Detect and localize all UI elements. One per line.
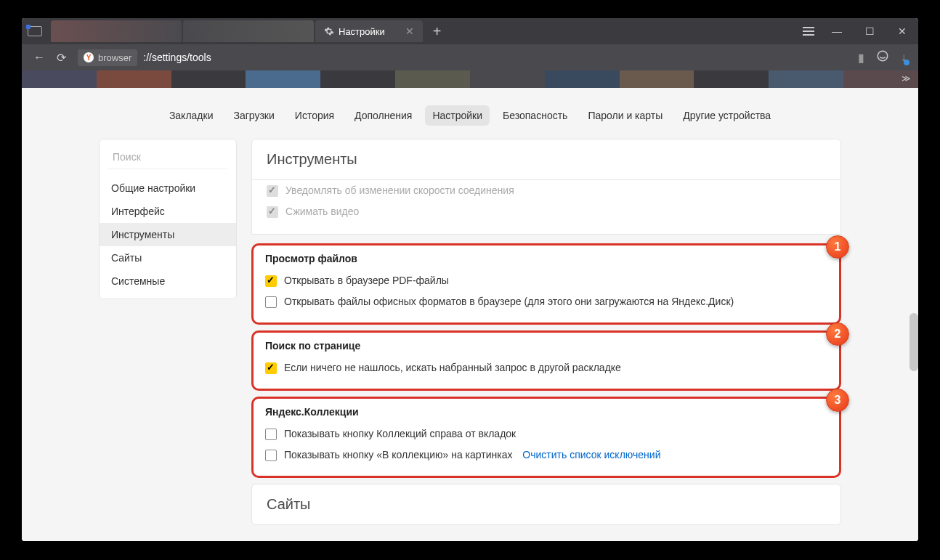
yandex-logo-icon: Y: [84, 52, 94, 62]
minimize-button[interactable]: —: [826, 23, 848, 40]
bookmark-bar: ≫: [22, 70, 918, 88]
url-path: ://settings/tools: [143, 52, 211, 63]
checkbox-collections-right[interactable]: [265, 429, 277, 440]
tab-settings[interactable]: Настройки ✕: [315, 20, 423, 42]
browser-window: Настройки ✕ + — ☐ ✕ ← ⟳ Y browser ://set…: [22, 18, 918, 541]
topnav-addons[interactable]: Дополнения: [347, 105, 419, 126]
option-collections-button-right[interactable]: Показывать кнопку Коллекций справа от вк…: [265, 423, 827, 445]
gear-icon: [324, 26, 334, 36]
section-tools-header: Инструменты: [251, 139, 841, 180]
annotation-badge-2: 2: [826, 322, 849, 346]
checkbox-search-layout[interactable]: [265, 362, 277, 374]
addressbar: ← ⟳ Y browser ://settings/tools ▮ ↓: [22, 44, 918, 70]
tab-overview-icon[interactable]: [28, 26, 42, 36]
reload-button[interactable]: ⟳: [57, 51, 66, 65]
sidebar-item-interface[interactable]: Интерфейс: [100, 200, 236, 223]
settings-content: Инструменты Уведомлять об изменении скор…: [251, 139, 841, 525]
annotation-badge-3: 3: [826, 389, 849, 412]
option-search-layout[interactable]: Если ничего не нашлось, искать набранный…: [265, 357, 827, 378]
tab-blurred-2[interactable]: [183, 20, 314, 42]
new-tab-button[interactable]: +: [424, 23, 450, 40]
top-nav: Закладки Загрузки История Дополнения Нас…: [22, 88, 918, 139]
checkbox-compress-video: [267, 206, 278, 218]
topnav-passwords[interactable]: Пароли и карты: [580, 105, 670, 126]
checkbox-open-office[interactable]: [265, 296, 277, 308]
option-collections-button-images[interactable]: Показывать кнопку «В коллекцию» на карти…: [265, 445, 827, 466]
highlight-page-search: 2 Поиск по странице Если ничего не нашло…: [251, 330, 841, 391]
maximize-button[interactable]: ☐: [859, 23, 880, 40]
sidebar-item-general[interactable]: Общие настройки: [100, 176, 236, 200]
sidebar-item-system[interactable]: Системные: [100, 269, 236, 293]
close-tab-icon[interactable]: ✕: [405, 25, 414, 37]
highlight-collections: 3 Яндекс.Коллекции Показывать кнопку Кол…: [251, 397, 841, 478]
url-input[interactable]: Y browser ://settings/tools: [78, 49, 846, 66]
clear-exclusions-link[interactable]: Очистить список исключений: [522, 449, 660, 460]
tab-title: Настройки: [339, 26, 385, 37]
topnav-devices[interactable]: Другие устройства: [676, 105, 778, 126]
tab-blurred-1[interactable]: [51, 20, 182, 42]
settings-page: Закладки Загрузки История Дополнения Нас…: [22, 88, 918, 541]
sidebar-item-sites[interactable]: Сайты: [100, 246, 236, 269]
highlight-file-viewing: 1 Просмотр файлов Открывать в браузере P…: [251, 243, 841, 325]
topnav-history[interactable]: История: [288, 105, 341, 126]
section-sites-header: Сайты: [251, 484, 841, 525]
page-search-title: Поиск по странице: [265, 340, 827, 352]
topnav-settings[interactable]: Настройки: [425, 105, 490, 126]
titlebar: Настройки ✕ + — ☐ ✕: [22, 18, 918, 44]
topnav-downloads[interactable]: Загрузки: [226, 105, 281, 126]
sidebar-item-tools[interactable]: Инструменты: [100, 223, 236, 246]
option-open-pdf[interactable]: Открывать в браузере PDF-файлы: [265, 270, 827, 291]
bookmark-overflow-icon[interactable]: ≫: [901, 73, 911, 84]
option-open-office[interactable]: Открывать файлы офисных форматов в брауз…: [265, 291, 827, 312]
settings-sidebar: Поиск Общие настройки Интерфейс Инструме…: [99, 139, 237, 299]
url-protocol-badge: Y browser: [78, 49, 137, 66]
annotation-badge-1: 1: [826, 235, 849, 259]
file-viewing-title: Просмотр файлов: [265, 253, 827, 264]
collections-title: Яндекс.Коллекции: [265, 406, 827, 418]
back-button[interactable]: ←: [33, 51, 45, 64]
option-notify-speed: Уведомлять об изменении скорости соедине…: [267, 180, 826, 201]
topnav-security[interactable]: Безопасность: [495, 105, 575, 126]
bookmark-icon[interactable]: ▮: [858, 51, 864, 65]
downloads-icon[interactable]: ↓: [901, 51, 907, 64]
topnav-bookmarks[interactable]: Закладки: [162, 105, 221, 126]
feedback-icon[interactable]: [876, 49, 889, 65]
sidebar-search-input[interactable]: Поиск: [108, 145, 227, 169]
checkbox-open-pdf[interactable]: [265, 275, 277, 287]
checkbox-notify-speed: [267, 185, 278, 197]
close-window-button[interactable]: ✕: [892, 23, 912, 40]
scrollbar-thumb[interactable]: [909, 313, 918, 371]
checkbox-collections-images[interactable]: [265, 450, 277, 461]
menu-icon[interactable]: [803, 27, 814, 36]
option-compress-video: Сжимать видео: [267, 201, 826, 222]
